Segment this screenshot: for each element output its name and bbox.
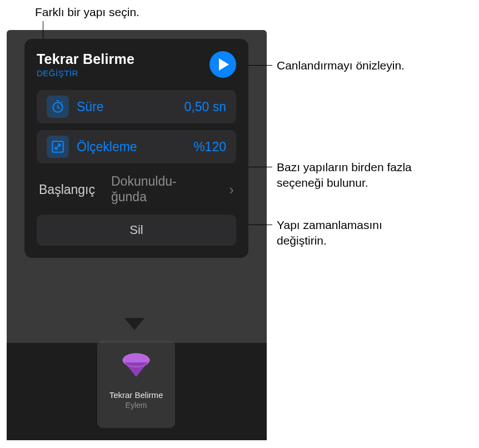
delete-button[interactable]: Sil <box>37 215 236 246</box>
change-animation-link[interactable]: DEĞİŞTİR <box>37 68 134 78</box>
start-label: Başlangıç <box>39 182 111 197</box>
animation-thumbnail[interactable]: Tekrar Belirme Eylem <box>97 340 175 428</box>
scale-value: %120 <box>193 140 226 155</box>
scale-icon-box <box>47 136 69 158</box>
callout-preview: Canlandırmayı önizleyin. <box>277 58 405 73</box>
preview-button[interactable] <box>209 51 236 78</box>
duration-label: Süre <box>77 99 184 115</box>
scale-row[interactable]: Ölçekleme %120 <box>37 130 236 163</box>
animation-popover: Tekrar Belirme DEĞİŞTİR Süre 0,50 sn <box>24 39 248 258</box>
start-row[interactable]: Başlangıç Dokunuldu- ğunda › <box>37 170 236 209</box>
duration-row[interactable]: Süre 0,50 sn <box>37 90 236 123</box>
scale-label: Ölçekleme <box>77 140 193 155</box>
thumbnail-title: Tekrar Belirme <box>109 390 163 400</box>
pop-animation-icon <box>119 350 153 379</box>
duration-value: 0,50 sn <box>184 99 226 115</box>
chevron-right-icon: › <box>229 181 234 198</box>
callout-options: Bazı yapıların birden fazla seçeneği bul… <box>277 160 421 191</box>
animation-title: Tekrar Belirme <box>37 51 134 67</box>
start-value: Dokunuldu- ğunda <box>111 174 226 205</box>
timer-icon-box <box>47 96 69 118</box>
play-icon <box>219 58 229 71</box>
callout-timing: Yapı zamanlamasını değiştirin. <box>277 217 410 249</box>
title-block: Tekrar Belirme DEĞİŞTİR <box>37 51 134 78</box>
scale-icon <box>51 140 65 154</box>
timer-icon <box>51 99 65 114</box>
callout-change: Farklı bir yapı seçin. <box>35 4 139 20</box>
popover-header: Tekrar Belirme DEĞİŞTİR <box>37 51 236 78</box>
thumbnail-subtitle: Eylem <box>126 401 147 410</box>
popover-tail <box>124 318 144 330</box>
